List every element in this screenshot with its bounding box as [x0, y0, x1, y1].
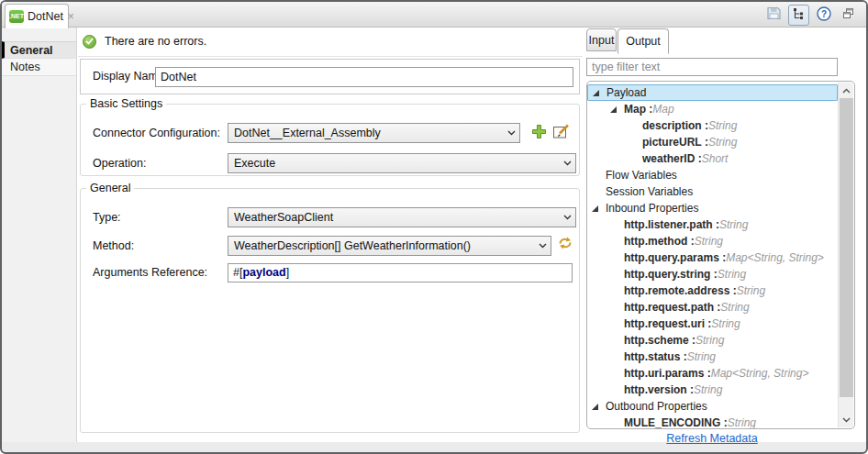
tree-view-icon — [792, 6, 807, 25]
tree-item[interactable]: http.query.string : String — [587, 266, 838, 282]
type-label: Type: — [93, 211, 121, 224]
tree-item[interactable]: http.status : String — [587, 349, 838, 365]
tree-item-type: String — [696, 332, 724, 349]
vertical-scrollbar[interactable] — [838, 83, 853, 427]
add-connector-config-button[interactable] — [529, 124, 548, 142]
general-legend: General — [86, 182, 134, 194]
scroll-down-icon[interactable] — [839, 413, 854, 426]
tree-item[interactable]: http.listener.path : String — [587, 216, 838, 233]
method-select[interactable]: WeatherDescription[] GetWeatherInformati… — [228, 236, 551, 256]
tree-item[interactable]: http.request.uri : String — [587, 316, 838, 332]
tree-item[interactable]: description : String — [587, 117, 838, 134]
tab-input[interactable]: Input — [586, 28, 617, 51]
editor-tab-bar: .NET DotNet × — [2, 2, 866, 28]
save-icon — [766, 6, 782, 25]
tree-item-label: Session Variables — [606, 183, 693, 200]
tree-item[interactable]: http.remote.address : String — [587, 282, 838, 299]
tree-item-type: String — [737, 282, 765, 299]
tree-item-label: pictureURL — [642, 134, 702, 150]
tree-item-label: Outbound Properties — [606, 398, 707, 415]
chevron-down-icon — [503, 130, 519, 136]
tree-item[interactable]: pictureURL : String — [587, 134, 838, 150]
editor-content: GeneralNotes There are no errors. Displa… — [2, 28, 866, 442]
tree-item-label: http.method — [624, 233, 687, 249]
tree-item-label: http.request.uri — [624, 316, 705, 332]
tree-item[interactable]: Outbound Properties — [587, 398, 838, 415]
connector-configuration-select[interactable]: DotNet__External_Assembly — [228, 123, 520, 143]
help-icon: ? — [816, 6, 832, 26]
restore-window-icon — [841, 6, 855, 24]
help-button[interactable]: ? — [813, 5, 834, 26]
tree-item-label: description — [642, 117, 702, 134]
tree-item[interactable]: Flow Variables — [587, 167, 838, 183]
tree-item-type: String — [719, 216, 748, 233]
tree-item[interactable]: MULE_ENCODING : String — [587, 415, 838, 428]
sidebar-item-general[interactable]: General — [2, 41, 76, 59]
edit-icon — [552, 124, 570, 143]
tree-item-type: Map — [652, 101, 673, 117]
expand-arrow-icon[interactable] — [592, 404, 598, 410]
display-name-input[interactable] — [155, 67, 573, 87]
tree-item-label: http.status — [624, 349, 680, 365]
tree-item-type: Map<String, String> — [711, 365, 809, 382]
connector-configuration-label: Connector Configuration: — [93, 127, 220, 139]
arguments-reference-input[interactable]: #[payload] — [228, 263, 573, 282]
tree-item[interactable]: Map : Map — [587, 101, 838, 117]
tree-item-label: Map — [624, 101, 646, 117]
tree-item[interactable]: http.scheme : String — [587, 332, 838, 349]
tree-item-type: String — [718, 266, 746, 282]
metadata-panel: Input Output PayloadMap : Mapdescription… — [585, 28, 861, 442]
scroll-up-icon[interactable] — [839, 83, 854, 97]
edit-connector-config-button[interactable] — [551, 124, 570, 142]
restore-window-button[interactable] — [838, 5, 859, 26]
svg-text:?: ? — [820, 8, 826, 18]
tree-item[interactable]: http.uri.params : Map<String, String> — [587, 365, 838, 382]
tree-item-label: Inbound Properties — [606, 200, 698, 216]
tree-item[interactable]: http.query.params : Map<String, String> — [587, 249, 838, 266]
dotnet-icon: .NET — [9, 10, 24, 23]
operation-label: Operation: — [93, 157, 146, 170]
operation-select[interactable]: Execute — [228, 153, 576, 173]
tree-item[interactable]: Session Variables — [587, 183, 838, 200]
plus-icon — [531, 124, 547, 143]
tree-item-label: http.uri.params — [624, 365, 704, 382]
chevron-down-icon — [559, 161, 575, 166]
expand-arrow-icon[interactable] — [610, 106, 617, 113]
general-group: General Type: WeatherSoapClient Method: … — [80, 182, 580, 433]
tree-item-type: String — [708, 117, 737, 134]
tree-view-toggle-button[interactable] — [788, 5, 809, 26]
tree-item-type: Short — [702, 150, 729, 167]
expand-arrow-icon[interactable] — [593, 90, 599, 96]
tree-item[interactable]: http.version : String — [587, 382, 838, 398]
tree-item-type: String — [728, 415, 756, 428]
refresh-method-button[interactable] — [556, 236, 574, 254]
tree-item[interactable]: Payload — [587, 84, 838, 101]
type-select[interactable]: WeatherSoapClient — [228, 207, 576, 227]
scrollbar-thumb[interactable] — [840, 98, 853, 397]
editor-tab-dotnet[interactable]: .NET DotNet × — [5, 4, 69, 28]
tree-item[interactable]: Inbound Properties — [587, 200, 838, 216]
tree-item[interactable]: http.request.path : String — [587, 299, 838, 316]
tab-output[interactable]: Output — [618, 28, 669, 54]
save-button[interactable] — [763, 5, 785, 26]
tree-item-label: http.listener.path — [624, 216, 713, 233]
sidebar-item-notes[interactable]: Notes — [2, 59, 76, 76]
tree-item-label: weatherID — [642, 150, 695, 167]
toolbar: ? — [763, 5, 859, 26]
tree-item-label: http.query.string — [624, 266, 710, 282]
tree-item[interactable]: weatherID : Short — [587, 150, 838, 167]
tree-item[interactable]: http.method : String — [587, 233, 838, 249]
basic-settings-group: Basic Settings Connector Configuration: … — [80, 97, 580, 176]
tree-item-type: String — [711, 316, 740, 332]
tab-close-icon[interactable]: × — [68, 11, 74, 22]
expand-arrow-icon[interactable] — [592, 205, 598, 212]
metadata-filter-input[interactable] — [586, 58, 838, 76]
tree-item-type: String — [687, 349, 716, 365]
refresh-metadata-link[interactable]: Refresh Metadata — [585, 432, 839, 445]
tree-item-label: http.query.params — [624, 249, 719, 266]
tree-item-label: MULE_ENCODING — [624, 415, 720, 428]
chevron-down-icon — [534, 243, 551, 249]
refresh-icon — [556, 235, 574, 255]
sidebar: GeneralNotes — [2, 28, 77, 442]
no-errors-check-icon — [83, 35, 96, 49]
